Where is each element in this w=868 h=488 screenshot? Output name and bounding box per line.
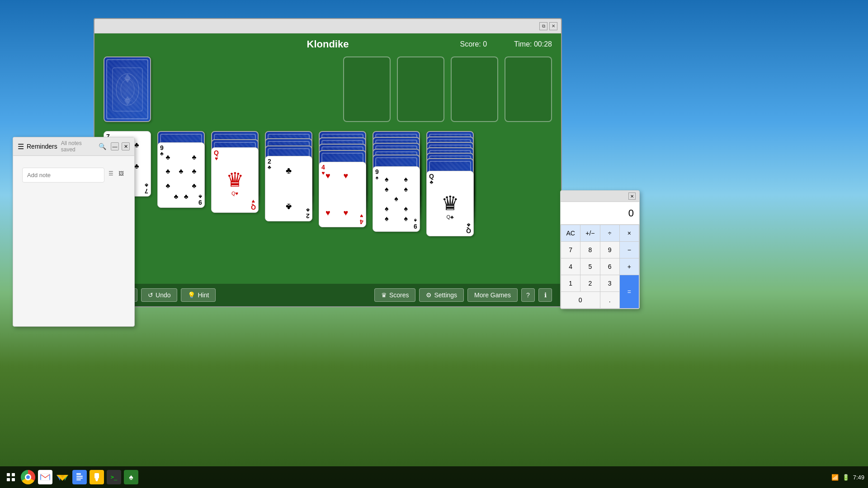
foundation-2[interactable] bbox=[397, 56, 444, 122]
image-icon[interactable]: 🖼 bbox=[118, 169, 125, 178]
calc-1-button[interactable]: 1 bbox=[561, 275, 580, 291]
hint-icon: 💡 bbox=[188, 291, 195, 299]
taskbar-keep[interactable] bbox=[90, 470, 104, 484]
card-2c[interactable]: 2 ♣ 2 ♣ ♣ ♣ bbox=[265, 156, 312, 221]
window-close-button[interactable]: ✕ bbox=[549, 22, 557, 30]
tableau-col-6[interactable]: 9 ♠ 9 ♠ ♠ ♠ ♠ ♠ ♠ ♠ ♠ ♠ bbox=[373, 131, 420, 262]
reminders-title-area: ☰ Reminders bbox=[18, 142, 57, 151]
settings-icon: ⚙ bbox=[426, 291, 432, 299]
calc-plusminus-button[interactable]: +/− bbox=[580, 225, 599, 241]
list-view-icon[interactable]: ☰ bbox=[107, 169, 115, 178]
calc-8-button[interactable]: 8 bbox=[580, 242, 599, 258]
calc-5-button[interactable]: 5 bbox=[580, 258, 599, 275]
tableau-col-2[interactable]: 9 ♣ 9 ♣ ♣ ♣ ♣ ♣ ♣ ♣ bbox=[157, 131, 205, 230]
calc-ac-button[interactable]: AC bbox=[561, 225, 580, 241]
more-games-button[interactable]: More Games bbox=[467, 288, 518, 302]
tableau-col-5[interactable]: 4 ♥ 4 ♥ ♥ ♥ ♥ ♥ bbox=[319, 131, 366, 258]
taskbar-drive[interactable] bbox=[55, 470, 70, 484]
calc-multiply-button[interactable]: × bbox=[620, 225, 639, 241]
taskbar-gmail[interactable] bbox=[38, 470, 52, 484]
qc-face-illustration: ♛ Q♣ bbox=[429, 179, 471, 233]
restore-button[interactable]: ⧉ bbox=[539, 22, 547, 30]
card-9c-pips: ♣ ♣ ♣ ♣ ♣ ♣ ♣ ♣ ♣ bbox=[158, 143, 204, 207]
card-4h[interactable]: 4 ♥ 4 ♥ ♥ ♥ ♥ ♥ bbox=[319, 162, 366, 227]
calc-plus-button[interactable]: + bbox=[620, 258, 639, 275]
stock-pile[interactable] bbox=[104, 56, 151, 122]
undo-button[interactable]: ↺ Undo bbox=[141, 288, 177, 302]
note-input-row: ☰ 🖼 bbox=[18, 164, 130, 183]
game-title: Klondike bbox=[307, 38, 349, 50]
calc-9-button[interactable]: 9 bbox=[600, 242, 619, 258]
help-button[interactable]: ? bbox=[521, 288, 535, 302]
card-qc[interactable]: Q ♣ Q ♣ ♛ Q♣ bbox=[426, 171, 474, 236]
svg-rect-31 bbox=[40, 474, 50, 481]
add-note-input[interactable] bbox=[22, 168, 104, 183]
foundation-1[interactable] bbox=[343, 56, 391, 122]
calc-decimal-button[interactable]: . bbox=[600, 292, 619, 308]
card-2c-pips: ♣ ♣ bbox=[265, 156, 312, 221]
reminders-titlebar: ☰ Reminders All notes saved 🔍 — ✕ bbox=[13, 137, 134, 156]
reminders-close-button[interactable]: ✕ bbox=[122, 142, 130, 150]
foundation-4[interactable] bbox=[505, 56, 552, 122]
reminders-controls: — ✕ bbox=[111, 142, 130, 150]
reminders-widget: ☰ Reminders All notes saved 🔍 — ✕ ☰ 🖼 bbox=[13, 137, 135, 327]
reminders-title: Reminders bbox=[27, 143, 57, 150]
calc-equals-button[interactable]: = bbox=[620, 275, 639, 308]
svg-rect-27 bbox=[7, 473, 10, 476]
svg-rect-29 bbox=[7, 478, 10, 481]
calc-minus-button[interactable]: − bbox=[620, 242, 639, 258]
tableau-col-4[interactable]: 2 ♣ 2 ♣ ♣ ♣ bbox=[265, 131, 312, 249]
calc-0-button[interactable]: 0 bbox=[561, 292, 600, 308]
svg-rect-30 bbox=[12, 478, 15, 481]
hamburger-icon[interactable]: ☰ bbox=[18, 142, 24, 151]
score-display: Score: 0 bbox=[460, 40, 487, 48]
hint-button[interactable]: 💡 Hint bbox=[181, 288, 216, 302]
reminders-minimize-button[interactable]: — bbox=[111, 142, 119, 150]
reminders-body: ☰ 🖼 bbox=[13, 156, 134, 187]
taskbar-docs[interactable] bbox=[72, 470, 87, 484]
calc-buttons: AC +/− ÷ × 7 8 9 − 4 5 6 + 1 2 3 = 0 . bbox=[561, 225, 639, 309]
tableau-col-3[interactable]: Q ♥ Q ♥ ♛ Q♥ bbox=[211, 131, 259, 239]
calc-2-button[interactable]: 2 bbox=[580, 275, 599, 291]
calc-6-button[interactable]: 6 bbox=[600, 258, 619, 275]
foundation-3[interactable] bbox=[451, 56, 498, 122]
calc-4-button[interactable]: 4 bbox=[561, 258, 580, 275]
wifi-icon: 📶 bbox=[831, 474, 839, 481]
taskbar-apps-grid[interactable] bbox=[4, 470, 18, 484]
toolbar-right: ♛ Scores ⚙ Settings More Games ? ℹ bbox=[374, 288, 552, 302]
calc-3-button[interactable]: 3 bbox=[600, 275, 619, 291]
taskbar-chrome[interactable] bbox=[21, 470, 35, 484]
taskbar-time: 7:49 bbox=[853, 474, 864, 481]
info-button[interactable]: ℹ bbox=[538, 288, 552, 302]
svg-rect-35 bbox=[76, 479, 81, 480]
foundation-area bbox=[343, 56, 552, 122]
reminders-search-button[interactable]: 🔍 bbox=[98, 141, 107, 152]
card-back-design bbox=[104, 57, 150, 121]
scores-icon: ♛ bbox=[381, 291, 387, 299]
svg-point-2 bbox=[121, 80, 134, 99]
game-area: Klondike Score: 0 Time: 00:28 bbox=[94, 33, 561, 306]
game-stats: Score: 0 Time: 00:28 bbox=[460, 40, 552, 48]
window-titlebar: ⧉ ✕ bbox=[94, 19, 561, 33]
tableau-col-7[interactable]: Q ♣ Q ♣ ♛ Q♣ bbox=[426, 131, 474, 264]
notes-saved-status: All notes saved bbox=[61, 140, 94, 153]
taskbar: >_ ♠ 📶 🔋 7:49 bbox=[0, 466, 868, 488]
calc-divide-button[interactable]: ÷ bbox=[600, 225, 619, 241]
calc-7-button[interactable]: 7 bbox=[561, 242, 580, 258]
calculator-widget: ✕ 0 AC +/− ÷ × 7 8 9 − 4 5 6 + 1 2 3 = 0… bbox=[560, 190, 640, 309]
card-9s-pips: ♠ ♠ ♠ ♠ ♠ ♠ ♠ ♠ ♠ bbox=[373, 167, 420, 231]
card-9s[interactable]: 9 ♠ 9 ♠ ♠ ♠ ♠ ♠ ♠ ♠ ♠ ♠ bbox=[373, 166, 420, 232]
svg-rect-34 bbox=[76, 478, 83, 479]
taskbar-solitaire[interactable]: ♠ bbox=[124, 470, 138, 484]
battery-icon: 🔋 bbox=[842, 474, 849, 481]
settings-button[interactable]: ⚙ Settings bbox=[419, 288, 464, 302]
card-qh[interactable]: Q ♥ Q ♥ ♛ Q♥ bbox=[211, 147, 259, 213]
time-display: Time: 00:28 bbox=[514, 40, 552, 48]
undo-icon: ↺ bbox=[148, 291, 153, 299]
calc-close-button[interactable]: ✕ bbox=[628, 192, 636, 200]
svg-rect-28 bbox=[12, 473, 15, 476]
solitaire-window: ⧉ ✕ Klondike Score: 0 Time: 00:28 bbox=[94, 18, 562, 307]
scores-button[interactable]: ♛ Scores bbox=[374, 288, 416, 302]
card-9c[interactable]: 9 ♣ 9 ♣ ♣ ♣ ♣ ♣ ♣ ♣ bbox=[157, 142, 205, 208]
taskbar-terminal[interactable]: >_ bbox=[107, 470, 121, 484]
